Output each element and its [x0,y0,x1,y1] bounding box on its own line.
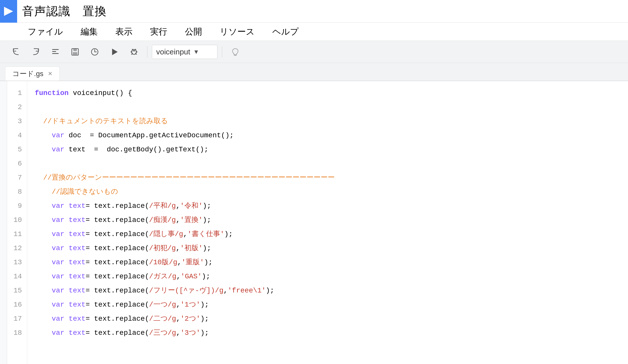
line-num: 18 [7,326,22,340]
line-num: 13 [7,255,22,270]
debug-icon [130,48,138,56]
svg-rect-2 [52,51,56,52]
svg-rect-6 [73,52,77,55]
function-name: voiceinput [156,48,190,56]
line-numbers: 1 2 3 4 5 6 7 8 9 10 11 12 13 14 15 16 1… [7,81,27,364]
tab-close-icon[interactable]: ✕ [48,71,52,77]
svg-rect-5 [73,49,77,51]
line-num: 12 [7,241,22,255]
logo-icon [0,0,17,23]
tab-label: コード.gs [12,69,43,79]
sidebar-gutter [0,81,7,364]
debug-button[interactable] [125,43,143,60]
history-icon [90,48,99,56]
line-num: 8 [7,185,22,199]
menu-publish[interactable]: 公開 [182,24,205,40]
run-button[interactable] [106,43,123,60]
menu-help[interactable]: ヘルプ [270,24,301,40]
undo-icon [12,48,20,56]
line-num: 11 [7,227,22,241]
svg-rect-3 [52,53,59,54]
tabs-bar: コード.gs ✕ [0,63,628,81]
save-button[interactable] [67,43,84,60]
line-num: 4 [7,128,22,143]
menu-run[interactable]: 実行 [148,24,170,40]
line-num: 10 [7,213,22,227]
tab-code-gs[interactable]: コード.gs ✕ [5,67,60,81]
dropdown-arrow-icon: ▼ [193,48,199,55]
line-num: 2 [7,100,22,114]
menu-view[interactable]: 表示 [113,24,135,40]
lightbulb-icon [231,48,240,56]
line-num: 7 [7,171,22,185]
redo-button[interactable] [27,43,44,60]
undo-button[interactable] [8,43,25,60]
redo-icon [31,48,40,56]
line-num: 17 [7,312,22,326]
history-button[interactable] [86,43,103,60]
svg-rect-1 [52,49,59,50]
run-icon [110,48,119,56]
code-area[interactable]: function voiceinput() { //ドキュメントのテキストを読み… [27,81,628,364]
function-selector[interactable]: voiceinput ▼ [152,45,217,59]
editor-container: 1 2 3 4 5 6 7 8 9 10 11 12 13 14 15 16 1… [0,81,628,364]
menu-resources[interactable]: リソース [217,24,257,40]
line-num: 5 [7,143,22,157]
toolbar: voiceinput ▼ [0,41,628,63]
line-num: 3 [7,114,22,128]
menu-bar: ファイル 編集 表示 実行 公開 リソース ヘルプ [0,23,628,41]
line-num: 1 [7,86,22,100]
line-num: 16 [7,298,22,312]
toolbar-separator [147,46,147,57]
lightbulb-button[interactable] [227,43,244,60]
svg-point-10 [134,50,135,51]
line-num: 14 [7,270,22,284]
toolbar-separator-2 [222,46,222,57]
line-num: 9 [7,199,22,213]
title-bar: 音声認識 置換 [0,0,628,23]
line-num: 6 [7,157,22,171]
app-title: 音声認識 置換 [22,4,107,19]
indent-button[interactable] [47,43,64,60]
save-icon [71,48,79,56]
menu-edit[interactable]: 編集 [78,24,100,40]
svg-marker-8 [112,49,118,55]
svg-marker-0 [4,7,13,16]
menu-file[interactable]: ファイル [25,24,65,40]
line-num: 15 [7,284,22,298]
indent-icon [51,48,60,56]
